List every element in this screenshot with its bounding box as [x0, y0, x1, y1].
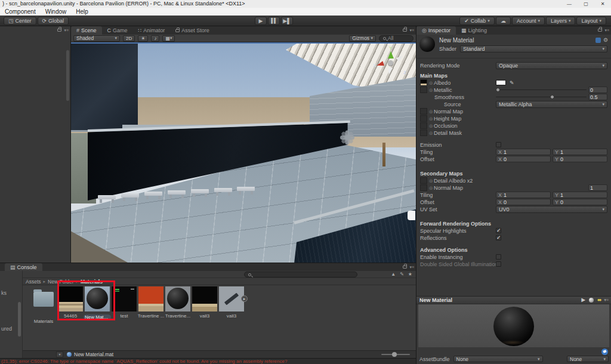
uv-set-dropdown[interactable]: UV0▾ [496, 206, 607, 213]
preview-header[interactable]: New Material ▶ ●● ▾≡ [416, 297, 611, 304]
account-dropdown[interactable]: Account▾ [512, 17, 545, 25]
asset-travertine-material[interactable]: Travertine... [164, 286, 192, 319]
secondary-normal-texture-slot[interactable] [420, 184, 427, 191]
target-icon[interactable]: ◎ [429, 131, 433, 135]
smoothness-slider[interactable] [496, 94, 587, 100]
space-global-button[interactable]: ⟳Global [38, 17, 69, 25]
chevron-down-icon[interactable]: ▾ [56, 351, 63, 357]
shader-dropdown[interactable]: Standard▾ [460, 45, 607, 53]
reflections-checkbox[interactable] [496, 235, 501, 240]
expand-badge-icon[interactable]: ▸ [241, 295, 248, 302]
metallic-value-field[interactable]: 0 [588, 87, 607, 93]
scene-search-input[interactable]: All [379, 35, 413, 42]
maximize-button[interactable]: ▢ [578, 0, 594, 8]
tiling-x-field[interactable]: X1 [496, 149, 551, 155]
secondary-offset-y-field[interactable]: Y0 [553, 199, 607, 205]
detail-mask-texture-slot[interactable] [420, 129, 427, 136]
pane-menu-icon[interactable]: ▾≡ [604, 298, 609, 302]
layout-dropdown[interactable]: Layout▾ [576, 17, 606, 25]
step-button[interactable]: ▶▌ [281, 17, 293, 25]
menu-component[interactable]: Component [5, 8, 36, 16]
menu-help[interactable]: Help [76, 8, 88, 16]
orientation-gizmo[interactable]: Y X Z [373, 46, 408, 78]
collab-dropdown[interactable]: ✔Collab▾ [459, 17, 495, 25]
assetbundle-variant-dropdown[interactable]: None▾ [567, 356, 609, 362]
metallic-texture-slot[interactable] [420, 87, 427, 93]
pause-button[interactable]: ▌▌ [268, 17, 280, 25]
help-icon[interactable] [595, 38, 601, 43]
pane-menu-icon[interactable]: ▾≡ [64, 28, 69, 32]
smoothness-value-field[interactable]: 0.5 [588, 94, 607, 100]
tab-inspector[interactable]: ◎Inspector [416, 26, 456, 35]
scene-audio-toggle[interactable]: ♪ [151, 35, 159, 42]
asset-54465[interactable]: 54465 [57, 286, 84, 319]
asset-new-material-selected[interactable]: New Materi... [84, 286, 111, 322]
scene-fx-dropdown[interactable]: ▦▾ [162, 35, 175, 42]
breadcrumb-new-folder[interactable]: New Folder [48, 279, 73, 285]
occlusion-texture-slot[interactable] [420, 122, 427, 129]
height-map-texture-slot[interactable] [420, 115, 427, 122]
draw-mode-dropdown[interactable]: Shaded▾ [73, 35, 120, 42]
secondary-tiling-y-field[interactable]: Y1 [553, 192, 607, 198]
lock-icon[interactable] [57, 29, 61, 32]
target-icon[interactable]: ◎ [429, 88, 433, 92]
scene-viewport[interactable]: Y X Z [71, 42, 416, 263]
scene-lighting-toggle[interactable]: ☀ [138, 35, 148, 42]
tab-asset-store[interactable]: Asset Store [170, 26, 215, 35]
lock-icon[interactable] [403, 266, 407, 269]
cloud-button[interactable]: ☁ [496, 17, 511, 25]
close-button[interactable]: ✕ [594, 0, 611, 8]
target-icon[interactable]: ◎ [429, 178, 433, 183]
target-icon[interactable]: ◎ [429, 116, 433, 121]
secondary-tiling-x-field[interactable]: X1 [496, 192, 551, 198]
pivot-center-button[interactable]: ◳Center [4, 17, 36, 25]
albedo-color-swatch[interactable] [496, 80, 506, 85]
lock-icon[interactable] [403, 29, 407, 32]
pane-menu-icon[interactable]: ▾≡ [409, 28, 414, 32]
axis-cone-white[interactable] [387, 67, 393, 75]
search-by-type-icon[interactable]: ▲ [391, 272, 396, 277]
project-tree-scrollbar[interactable] [18, 302, 21, 337]
search-by-label-icon[interactable]: ✎ [400, 272, 404, 277]
tab-scene[interactable]: #Scene [71, 26, 102, 35]
menu-window[interactable]: Window [45, 8, 67, 16]
project-folder-tree[interactable]: ks ured [0, 271, 23, 358]
breadcrumb-assets[interactable]: Assets [26, 279, 41, 285]
tab-lighting[interactable]: ▦Lighting [456, 26, 492, 35]
emission-checkbox[interactable] [496, 142, 501, 147]
status-bar[interactable]: (21,35): error CS0246: The type or names… [0, 358, 416, 364]
color-picker-icon[interactable]: ✎ [510, 80, 514, 86]
gear-icon[interactable]: ⚙ [603, 37, 608, 43]
enable-instancing-checkbox[interactable] [496, 254, 501, 260]
axis-cone-white[interactable] [396, 54, 405, 61]
tab-animator[interactable]: ∷Animator [133, 26, 171, 35]
source-dropdown[interactable]: Metallic Alpha▾ [496, 101, 607, 108]
offset-x-field[interactable]: X0 [496, 156, 551, 162]
normal-map-texture-slot[interactable] [420, 108, 427, 115]
preview-shape-icon[interactable] [589, 298, 594, 303]
double-sided-gi-checkbox[interactable] [496, 261, 501, 267]
axis-x-cone[interactable] [376, 61, 384, 67]
target-icon[interactable]: ◎ [429, 81, 433, 85]
detail-albedo-texture-slot[interactable] [420, 177, 427, 184]
project-search-input[interactable] [244, 272, 357, 277]
rendering-mode-dropdown[interactable]: Opaque▾ [496, 62, 607, 69]
preview-play-icon[interactable]: ▶ [582, 297, 585, 303]
tab-console[interactable]: ▤Console [5, 263, 42, 272]
target-icon[interactable]: ◎ [429, 109, 433, 114]
play-button[interactable]: ▶ [255, 17, 267, 25]
2d-toggle[interactable]: 2D [123, 35, 135, 42]
assetbundle-dropdown[interactable]: None▾ [453, 356, 543, 362]
albedo-texture-slot[interactable] [420, 79, 427, 86]
target-icon[interactable]: ◎ [429, 124, 433, 128]
asset-travertine-texture[interactable]: Travertine ... [137, 286, 165, 319]
tiling-y-field[interactable]: Y1 [553, 149, 607, 155]
preview-viewport[interactable] [418, 304, 609, 347]
secondary-normal-value-field[interactable]: 1 [588, 184, 607, 191]
specular-highlights-checkbox[interactable] [496, 228, 501, 233]
minimize-button[interactable]: — [561, 0, 578, 8]
metallic-slider[interactable] [496, 87, 587, 92]
pane-menu-icon[interactable]: ▾≡ [604, 28, 609, 32]
asset-vall3-model[interactable]: ▸ vall3 [218, 286, 245, 319]
assetbundle-tag-icon[interactable] [601, 348, 608, 355]
